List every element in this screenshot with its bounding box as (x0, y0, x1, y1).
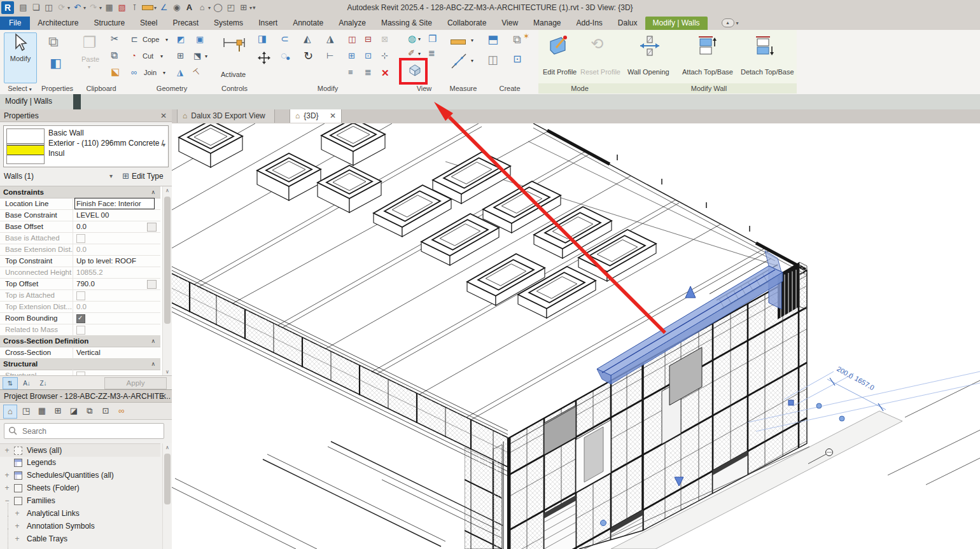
split-with-gap-icon[interactable]: ⊟ (365, 35, 372, 43)
paste-dropdown-icon[interactable]: ▾ (88, 64, 90, 70)
tab-dalux[interactable]: Dalux (610, 17, 645, 30)
cut-dropdown-icon[interactable]: ▾ (160, 53, 163, 59)
cut-to-clipboard-icon[interactable]: ✂ (111, 34, 119, 43)
reset-profile-icon[interactable]: ⟲ (591, 36, 603, 52)
property-row[interactable]: Top Offset790.0 (0, 278, 160, 290)
tree-item-cable-trays[interactable]: + Cable Trays (0, 532, 160, 545)
print-icon[interactable]: ▦ (104, 1, 115, 15)
panel-label-select[interactable]: Select ▾ (0, 83, 39, 94)
dimension-value-200[interactable]: 200.0 (836, 365, 855, 380)
project-browser-header[interactable]: Project Browser - 128-ABC-ZZ-M3-A-ARCHIT… (0, 390, 172, 403)
browser-views-icon[interactable]: ◳ (20, 405, 32, 417)
revit-logo[interactable]: R (1, 1, 14, 14)
scroll-up-icon[interactable]: ∧ (163, 443, 172, 452)
browser-scrollbar[interactable]: ∧ (162, 443, 172, 549)
edit-type-button[interactable]: ⊞ Edit Type (122, 169, 168, 183)
collapse-icon[interactable]: − (4, 494, 10, 507)
tree-item-annotation-symbols[interactable]: + Annotation Symbols (0, 520, 160, 532)
customize-qat-icon[interactable]: ▾ (253, 4, 256, 11)
tab-precast[interactable]: Precast (165, 17, 206, 30)
join-dropdown-icon[interactable]: ▾ (163, 70, 165, 76)
expand-icon[interactable]: + (14, 520, 20, 532)
tab-systems[interactable]: Systems (206, 17, 251, 30)
tab-massing-site[interactable]: Massing & Site (374, 17, 440, 30)
joins-dropdown-icon[interactable]: ▾ (205, 53, 207, 59)
detach-top-base-label[interactable]: Detach Top/Base (741, 68, 794, 76)
panel-label-clipboard[interactable]: Clipboard (75, 83, 127, 94)
default-3d-view-icon[interactable]: ⌂ (197, 1, 207, 15)
tab-collaborate[interactable]: Collaborate (440, 17, 494, 30)
expand-icon[interactable]: + (4, 469, 10, 482)
wall-opening-label[interactable]: Wall Opening (627, 68, 669, 76)
measure2-dropdown-icon[interactable]: ▾ (471, 58, 473, 64)
trim-single-icon[interactable]: ≡ (348, 68, 353, 76)
properties-close-icon[interactable]: ✕ (159, 109, 168, 122)
section-constraints[interactable]: Constraints∧ (0, 186, 160, 198)
edit-profile-icon[interactable] (549, 35, 570, 55)
aligned-dimension-icon[interactable]: ∠ (158, 1, 169, 15)
create-parts-icon[interactable]: ◫ (487, 54, 498, 66)
panel-label-geometry[interactable]: Geometry (127, 83, 216, 94)
paste-label[interactable]: Paste (81, 55, 99, 63)
checkbox-checked[interactable] (76, 314, 85, 323)
view-tab-dalux[interactable]: ⌂Dalux 3D Export View (177, 109, 275, 123)
expand-icon[interactable]: + (4, 444, 10, 457)
panel-label-mode[interactable]: Mode (538, 83, 621, 94)
rotate-icon[interactable]: ↻ (304, 50, 313, 62)
type-properties-icon[interactable]: ⧉ (48, 35, 59, 49)
beam-joins-icon[interactable]: ⬔ (193, 52, 201, 60)
sort-default-button[interactable]: ⇅ (3, 377, 18, 389)
property-row[interactable]: Room Bounding (0, 312, 160, 324)
project-browser-close-icon[interactable]: ✕ (159, 390, 168, 403)
cut-label[interactable]: Cut (143, 52, 153, 60)
create-assembly-icon[interactable]: ⧉ (513, 34, 521, 45)
tree-item-sheets[interactable]: + Sheets (Folder) (0, 482, 160, 494)
selection-filter-dropdown-icon[interactable]: ▾ (109, 172, 113, 179)
property-row[interactable]: Top ConstraintUp to level: ROOF (0, 255, 160, 267)
reset-profile-label[interactable]: Reset Profile (580, 68, 620, 76)
3d-box-icon[interactable]: ❒ (428, 34, 437, 43)
wall-joins-icon[interactable]: ⊞ (177, 52, 184, 60)
browser-families-icon[interactable]: ⧉ (83, 405, 96, 417)
view-cube-icon2[interactable]: ▣ (196, 35, 204, 43)
tab-manage[interactable]: Manage (526, 17, 568, 30)
expand-icon[interactable]: + (14, 532, 20, 545)
tab-add-ins[interactable]: Add-Ins (568, 17, 610, 30)
demolish-hammer-icon[interactable]: ⊤ (192, 67, 202, 78)
mirror-axis-icon[interactable]: ◭ (304, 34, 311, 43)
edit-profile-label[interactable]: Edit Profile (543, 68, 577, 76)
create-group-icon[interactable]: ⬒ (487, 34, 498, 45)
split-face-icon[interactable]: ◮ (177, 68, 183, 76)
switch-dropdown-icon[interactable]: ▾ (249, 5, 252, 11)
tab-architecture[interactable]: Architecture (30, 17, 86, 30)
undo-icon[interactable]: ↶ (72, 1, 83, 15)
3d-viewport[interactable]: 200.0 1657.0 (172, 123, 980, 549)
expand-icon[interactable]: + (4, 482, 10, 494)
type-selector[interactable]: Basic Wall Exterior - (110) 296mm Concre… (3, 125, 169, 167)
property-row[interactable]: Location LineFinish Face: Interior (0, 198, 160, 210)
panel-label-modify-wall[interactable]: Modify Wall (621, 83, 797, 94)
attach-top-base-icon[interactable] (696, 35, 718, 57)
reveal-dropdown-icon[interactable]: ▾ (418, 36, 421, 42)
trim-extend-corner-icon[interactable]: ⊢ (326, 52, 333, 60)
reveal-hidden-icon[interactable]: ◍ (408, 34, 416, 43)
properties-header[interactable]: Properties ✕ (0, 109, 172, 122)
property-row[interactable]: Base Offset0.0 (0, 221, 160, 233)
join-label[interactable]: Join (144, 69, 157, 76)
trim-multiple-icon[interactable]: ≣ (365, 68, 372, 76)
view-tab-close-icon[interactable]: ✕ (330, 111, 336, 120)
browser-home-icon[interactable]: ⌂ (3, 405, 17, 419)
match-type-icon[interactable]: ⬕ (111, 67, 120, 76)
cut-geometry-icon[interactable]: ◩ (177, 35, 185, 43)
activate-label[interactable]: Activate (221, 71, 246, 78)
scroll-thumb[interactable] (164, 197, 171, 324)
panel-label-view[interactable]: View (403, 83, 445, 94)
search-input[interactable] (21, 424, 160, 438)
home-dropdown-icon[interactable]: ▾ (208, 5, 211, 11)
delete-icon[interactable]: ✕ (381, 68, 389, 78)
panel-label-measure[interactable]: Measure (445, 83, 481, 94)
detach-top-base-icon[interactable] (753, 35, 775, 57)
measure-ruler-icon[interactable] (451, 36, 466, 46)
properties-doc-icon[interactable]: ▤ (18, 1, 29, 15)
browser-sheets-icon[interactable]: ◪ (67, 405, 80, 417)
